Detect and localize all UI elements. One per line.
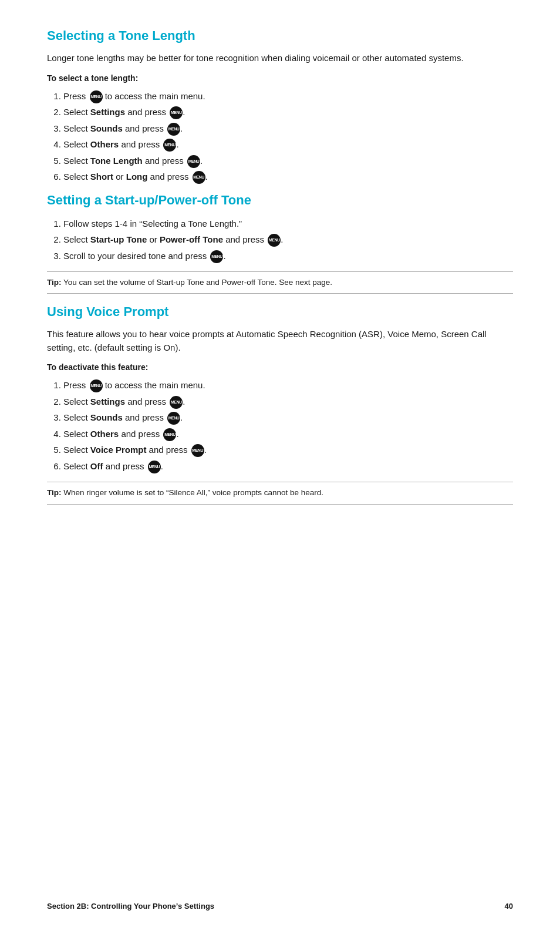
list-item: Select Settings and press MENUOK.: [63, 394, 513, 409]
section3-title: Using Voice Prompt: [47, 304, 513, 320]
list-item: Scroll to your desired tone and press ME…: [63, 248, 513, 264]
list-item: Select Others and press MENUOK.: [63, 137, 513, 152]
footer-right: 40: [505, 902, 513, 911]
list-item: Select Others and press MENUOK.: [63, 426, 513, 442]
menu-ok-icon: MENUOK: [191, 444, 204, 457]
list-item: Press MENUOK to access the main menu.: [63, 89, 513, 104]
list-item: Select Tone Length and press MENUOK.: [63, 153, 513, 169]
section2-tip-box: Tip: You can set the volume of Start-up …: [47, 271, 513, 294]
list-item: Select Voice Prompt and press MENUOK.: [63, 442, 513, 458]
menu-ok-icon: MENUOK: [170, 106, 183, 119]
section-selecting-tone-length: Selecting a Tone Length Longer tone leng…: [47, 28, 513, 184]
menu-ok-icon: MENUOK: [167, 412, 180, 425]
menu-ok-icon: MENUOK: [167, 123, 180, 136]
section-startup-tone: Setting a Start-up/Power-off Tone Follow…: [47, 193, 513, 294]
menu-ok-icon: MENUOK: [210, 250, 223, 263]
list-item: Select Off and press MENUOK.: [63, 459, 513, 474]
list-item: Follow steps 1-4 in “Selecting a Tone Le…: [63, 216, 513, 231]
menu-ok-icon: MENUOK: [163, 139, 176, 152]
menu-ok-icon: MENUOK: [268, 234, 281, 247]
menu-ok-icon: MENUOK: [148, 461, 161, 473]
list-item: Press MENUOK to access the main menu.: [63, 378, 513, 393]
section2-tip-text: You can set the volume of Start-up Tone …: [63, 278, 332, 287]
menu-ok-icon: MENUOK: [163, 428, 176, 441]
list-item: Select Sounds and press MENUOK.: [63, 121, 513, 136]
page-footer: Section 2B: Controlling Your Phone’s Set…: [47, 902, 513, 911]
section-voice-prompt: Using Voice Prompt This feature allows y…: [47, 304, 513, 504]
section1-intro: Longer tone lengths may be better for to…: [47, 52, 513, 65]
tip-label: Tip:: [47, 278, 62, 287]
section2-title: Setting a Start-up/Power-off Tone: [47, 193, 513, 208]
section2-steps: Follow steps 1-4 in “Selecting a Tone Le…: [63, 216, 513, 264]
list-item: Select Settings and press MENUOK.: [63, 105, 513, 120]
section3-sub-label: To deactivate this feature:: [47, 362, 513, 372]
menu-ok-icon: MENUOK: [187, 155, 200, 168]
list-item: Select Sounds and press MENUOK.: [63, 410, 513, 425]
list-item: Select Start-up Tone or Power-off Tone a…: [63, 232, 513, 247]
menu-ok-icon: MENUOK: [170, 396, 183, 409]
tip-label: Tip:: [47, 488, 62, 497]
section1-title: Selecting a Tone Length: [47, 28, 513, 43]
section3-tip-box: Tip: When ringer volume is set to “Silen…: [47, 482, 513, 504]
menu-ok-icon: MENUOK: [90, 90, 103, 103]
section3-steps: Press MENUOK to access the main menu. Se…: [63, 378, 513, 473]
section3-intro: This feature allows you to hear voice pr…: [47, 328, 513, 354]
menu-ok-icon: MENUOK: [90, 379, 103, 392]
section1-sub-label: To select a tone length:: [47, 73, 513, 83]
section1-steps: Press MENUOK to access the main menu. Se…: [63, 89, 513, 184]
menu-ok-icon: MENUOK: [193, 171, 205, 184]
list-item: Select Short or Long and press MENUOK.: [63, 169, 513, 184]
section3-tip-text: When ringer volume is set to “Silence Al…: [63, 488, 323, 497]
footer-left: Section 2B: Controlling Your Phone’s Set…: [47, 902, 214, 911]
